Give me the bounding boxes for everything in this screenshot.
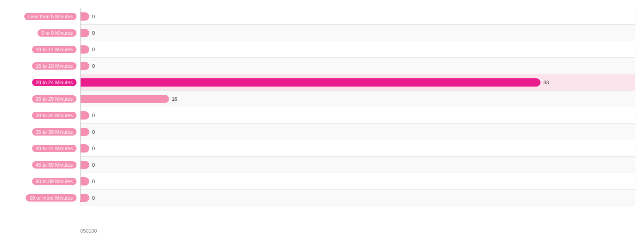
bar-area: 0 bbox=[80, 190, 635, 206]
bar-value-label: 0 bbox=[92, 146, 95, 151]
bar-area: 0 bbox=[80, 25, 635, 41]
row-label: 25 to 29 Minutes bbox=[5, 95, 80, 103]
bar bbox=[80, 177, 89, 185]
chart-row: 35 to 39 Minutes0 bbox=[5, 124, 635, 140]
bar-area: 16 bbox=[80, 91, 635, 107]
bar-area: 0 bbox=[80, 157, 635, 173]
row-label: 60 to 89 Minutes bbox=[5, 178, 80, 185]
bar-value-label: 0 bbox=[92, 14, 95, 19]
chart-row: 40 to 44 Minutes0 bbox=[5, 140, 635, 157]
chart-row: 30 to 34 Minutes0 bbox=[5, 107, 635, 124]
row-label: 10 to 14 Minutes bbox=[5, 46, 80, 53]
chart-container: Less than 5 Minutes05 to 9 Minutes010 to… bbox=[0, 0, 644, 240]
bar bbox=[80, 128, 89, 136]
bar-area: 0 bbox=[80, 8, 635, 25]
chart-row: 10 to 14 Minutes0 bbox=[5, 41, 635, 58]
chart-row: 45 to 59 Minutes0 bbox=[5, 157, 635, 173]
bar-value-label: 0 bbox=[92, 162, 95, 168]
bar-value-label: 0 bbox=[92, 113, 95, 118]
bar-value-label: 83 bbox=[543, 80, 549, 85]
row-label: 40 to 44 Minutes bbox=[5, 145, 80, 152]
row-label: 35 to 39 Minutes bbox=[5, 128, 80, 136]
x-tick: 50 bbox=[83, 228, 88, 234]
bar-area: 0 bbox=[80, 41, 635, 58]
bar bbox=[80, 95, 169, 103]
bar-area: 0 bbox=[80, 58, 635, 74]
bar-area: 0 bbox=[80, 124, 635, 140]
bar-value-label: 0 bbox=[92, 47, 95, 52]
bar bbox=[80, 111, 89, 120]
chart-row: 15 to 19 Minutes0 bbox=[5, 58, 635, 74]
bar bbox=[80, 45, 89, 54]
chart-row: 20 to 24 Minutes83 bbox=[5, 74, 635, 91]
bar-area: 83 bbox=[80, 74, 635, 91]
row-label: 5 to 9 Minutes bbox=[5, 29, 80, 37]
row-label: 90 or more Minutes bbox=[5, 194, 80, 202]
chart-area: Less than 5 Minutes05 to 9 Minutes010 to… bbox=[5, 8, 635, 200]
bar-value-label: 0 bbox=[92, 63, 95, 69]
row-label: Less than 5 Minutes bbox=[5, 13, 80, 20]
row-label: 15 to 19 Minutes bbox=[5, 62, 80, 70]
bar bbox=[80, 161, 89, 169]
chart-row: 5 to 9 Minutes0 bbox=[5, 25, 635, 41]
bar-area: 0 bbox=[80, 107, 635, 124]
bar-value-label: 16 bbox=[172, 96, 177, 102]
bar bbox=[80, 144, 89, 153]
row-label: 30 to 34 Minutes bbox=[5, 112, 80, 119]
chart-row: 90 or more Minutes0 bbox=[5, 190, 635, 206]
bar-value-label: 0 bbox=[92, 179, 95, 184]
chart-row: Less than 5 Minutes0 bbox=[5, 8, 635, 25]
chart-row: 60 to 89 Minutes0 bbox=[5, 173, 635, 190]
bar bbox=[80, 194, 89, 202]
bar-value-label: 0 bbox=[92, 129, 95, 135]
bar bbox=[80, 78, 540, 87]
bar-area: 0 bbox=[80, 140, 635, 157]
bar bbox=[80, 12, 89, 21]
row-label: 20 to 24 Minutes bbox=[5, 79, 80, 86]
x-tick: 100 bbox=[88, 228, 97, 234]
bar-area: 0 bbox=[80, 173, 635, 190]
bar-value-label: 0 bbox=[92, 195, 95, 201]
bar bbox=[80, 29, 89, 37]
row-label: 45 to 59 Minutes bbox=[5, 161, 80, 169]
chart-row: 25 to 29 Minutes16 bbox=[5, 91, 635, 107]
bar-value-label: 0 bbox=[92, 30, 95, 36]
x-axis: 050100 bbox=[80, 228, 637, 234]
bar bbox=[80, 62, 89, 70]
